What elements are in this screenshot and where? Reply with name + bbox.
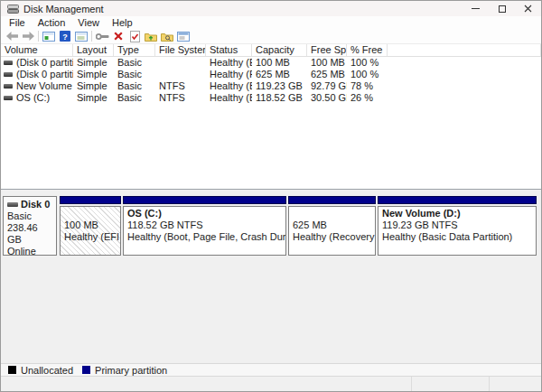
list-window-icon (75, 32, 88, 42)
disk-0-panel[interactable]: Disk 0 Basic 238.46 GB Online (3, 196, 57, 256)
legend-label: Unallocated (21, 365, 73, 376)
column-header-volume[interactable]: Volume (1, 44, 73, 56)
menu-file[interactable]: File (3, 16, 32, 29)
volume-list-header: Volume Layout Type File System Status Ca… (1, 44, 541, 57)
primary-partition-strip (60, 196, 121, 204)
console-window-icon (42, 32, 55, 42)
close-button[interactable] (515, 1, 541, 16)
column-header-status[interactable]: Status (206, 44, 252, 56)
partition-size: 119.23 GB NTFS (382, 219, 532, 231)
cell-type: Basic (114, 80, 155, 92)
partition-size: 625 MB (293, 219, 371, 231)
cell-type: Basic (114, 57, 155, 69)
volume-name: New Volume (D:) (16, 80, 73, 92)
minimize-icon (472, 8, 480, 9)
disk-name: Disk 0 (21, 199, 50, 210)
window-title: Disk Management (23, 4, 104, 14)
cell-status: Healthy (R... (206, 69, 252, 80)
cell-capacity: 625 MB (252, 69, 307, 80)
forward-button[interactable] (20, 30, 36, 43)
partition-size: 100 MB (64, 219, 117, 231)
cell-status: Healthy (B... (206, 92, 252, 104)
toolbar: ? (1, 29, 541, 44)
app-icon (7, 4, 19, 14)
disk-type: Basic (7, 210, 52, 222)
maximize-button[interactable] (489, 1, 515, 16)
table-row[interactable]: (Disk 0 partition 4) Simple Basic Health… (1, 69, 541, 80)
status-bar (1, 376, 541, 391)
column-header-free-space[interactable]: Free Spa... (307, 44, 347, 56)
disk-management-window: Disk Management File Action View Help ? (0, 0, 542, 392)
column-header-type[interactable]: Type (114, 44, 155, 56)
export-list-button[interactable] (73, 30, 89, 43)
volume-name: OS (C:) (16, 92, 50, 104)
cell-layout: Simple (73, 80, 114, 92)
document-check-icon (130, 31, 140, 42)
table-row[interactable]: New Volume (D:) Simple Basic NTFS Health… (1, 80, 541, 92)
volume-icon (4, 61, 13, 65)
explore-volume-button[interactable] (159, 30, 175, 43)
partition-status: Healthy (Basic Data Partition) (382, 231, 532, 243)
tools-button[interactable] (94, 30, 110, 43)
volume-icon (4, 72, 13, 77)
partition-status: Healthy (Recovery Partition) (293, 231, 371, 243)
partition-recovery[interactable]: 625 MB Healthy (Recovery Partition) (288, 196, 376, 256)
forward-arrow-icon (23, 32, 34, 41)
delete-volume-button[interactable] (110, 30, 126, 43)
back-arrow-icon (6, 32, 18, 41)
extend-volume-button[interactable] (143, 30, 159, 43)
partition-efi[interactable]: 100 MB Healthy (EFI System Partition) (60, 196, 121, 256)
column-header-layout[interactable]: Layout (73, 44, 114, 56)
primary-partition-strip (123, 196, 286, 204)
cell-capacity: 119.23 GB (252, 80, 307, 92)
graphical-view: Disk 0 Basic 238.46 GB Online 100 MB Hea… (1, 189, 541, 363)
cell-pct-free: 78 % (347, 80, 388, 92)
legend-label: Primary partition (95, 365, 167, 376)
mark-active-button[interactable] (126, 30, 143, 43)
volume-list: Volume Layout Type File System Status Ca… (1, 44, 541, 189)
disk-size: 238.46 GB (7, 222, 52, 246)
partition-name: OS (C:) (127, 208, 282, 219)
minimize-button[interactable] (463, 1, 489, 16)
column-header-blank[interactable] (388, 44, 541, 56)
cell-file-system (155, 69, 206, 80)
cell-free-space: 100 MB (307, 57, 347, 69)
menu-action[interactable]: Action (32, 16, 72, 29)
wrench-icon (96, 33, 109, 41)
properties-button[interactable] (175, 30, 192, 43)
partition-status: Healthy (Boot, Page File, Crash Dump, Ba… (127, 231, 282, 243)
back-button[interactable] (4, 30, 20, 43)
column-header-file-system[interactable]: File System (155, 44, 206, 56)
show-console-tree-button[interactable] (41, 30, 57, 43)
table-row[interactable]: OS (C:) Simple Basic NTFS Healthy (B... … (1, 92, 541, 104)
table-row[interactable]: (Disk 0 partition 1) Simple Basic Health… (1, 57, 541, 69)
volume-name: (Disk 0 partition 1) (16, 57, 73, 69)
menu-bar: File Action View Help (1, 16, 541, 29)
folder-search-icon (161, 32, 173, 42)
partition-name (64, 208, 117, 219)
cell-type: Basic (114, 92, 155, 104)
partition-os-c[interactable]: OS (C:) 118.52 GB NTFS Healthy (Boot, Pa… (123, 196, 286, 256)
partition-size: 118.52 GB NTFS (127, 219, 282, 231)
red-x-icon (114, 32, 123, 41)
volume-icon (4, 96, 13, 100)
help-button[interactable]: ? (57, 30, 73, 43)
menu-view[interactable]: View (71, 16, 106, 29)
unallocated-swatch (8, 366, 16, 374)
volume-icon (4, 84, 13, 89)
cell-capacity: 100 MB (252, 57, 307, 69)
column-header-pct-free[interactable]: % Free (347, 44, 388, 56)
column-header-capacity[interactable]: Capacity (252, 44, 307, 56)
partition-name: New Volume (D:) (382, 208, 532, 219)
cell-type: Basic (114, 69, 155, 80)
maximize-icon (499, 5, 506, 13)
menu-help[interactable]: Help (106, 16, 139, 29)
cell-pct-free: 26 % (347, 92, 388, 104)
toolbar-separator (38, 31, 39, 42)
cell-layout: Simple (73, 92, 114, 104)
volume-name: (Disk 0 partition 4) (16, 69, 73, 80)
cell-free-space: 30.50 GB (307, 92, 347, 104)
partition-status: Healthy (EFI System Partition) (64, 231, 117, 243)
primary-partition-strip (378, 196, 537, 204)
partition-new-volume-d[interactable]: New Volume (D:) 119.23 GB NTFS Healthy (… (378, 196, 537, 256)
